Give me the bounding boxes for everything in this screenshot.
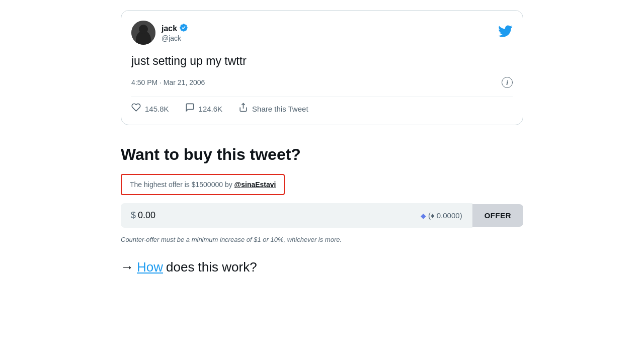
author-name-row: jack bbox=[162, 23, 188, 34]
offer-button[interactable]: OFFER bbox=[472, 204, 523, 227]
offer-input-left: $ bbox=[131, 210, 255, 221]
eth-value: (♦ 0.0000) bbox=[428, 211, 462, 220]
tweet-divider bbox=[131, 96, 513, 97]
buy-title: Want to buy this tweet? bbox=[121, 145, 523, 164]
tweet-meta: 4:50 PM · Mar 21, 2006 i bbox=[131, 77, 513, 88]
counter-offer-note: Counter-offer must be a minimum increase… bbox=[121, 236, 523, 243]
avatar bbox=[131, 21, 155, 45]
dollar-sign: $ bbox=[131, 210, 136, 221]
tweet-content: just setting up my twttr bbox=[131, 53, 513, 69]
share-label: Share this Tweet bbox=[252, 105, 308, 113]
eth-amount: ◆ (♦ 0.0000) bbox=[421, 211, 462, 220]
author-name: jack bbox=[162, 24, 177, 33]
author-info: jack @jack bbox=[162, 23, 188, 42]
comment-count: 124.6K bbox=[199, 105, 223, 113]
highest-offer-box: The highest offer is $1500000 by @sinaEs… bbox=[121, 174, 285, 195]
buy-section: Want to buy this tweet? The highest offe… bbox=[111, 145, 533, 275]
offer-input-row: $ ◆ (♦ 0.0000) OFFER bbox=[121, 203, 523, 228]
info-icon[interactable]: i bbox=[502, 77, 513, 88]
tweet-actions: 145.8K 124.6K Share th bbox=[131, 103, 513, 115]
how-suffix: does this work? bbox=[166, 259, 257, 275]
verified-badge bbox=[179, 23, 188, 34]
tweet-author: jack @jack bbox=[131, 21, 188, 45]
author-handle: @jack bbox=[162, 34, 188, 42]
highest-offer-link[interactable]: @sinaEstavi bbox=[234, 180, 276, 189]
like-action[interactable]: 145.8K bbox=[131, 103, 169, 115]
offer-amount-input[interactable] bbox=[138, 210, 255, 221]
heart-icon bbox=[131, 103, 141, 115]
arrow-icon: → bbox=[121, 259, 134, 275]
tweet-header: jack @jack bbox=[131, 21, 513, 45]
tweet-card: jack @jack just settin bbox=[121, 10, 523, 125]
share-icon bbox=[238, 103, 248, 115]
share-action[interactable]: Share this Tweet bbox=[238, 103, 308, 115]
eth-diamond-icon: ◆ bbox=[421, 212, 426, 220]
twitter-logo bbox=[498, 24, 513, 42]
tweet-timestamp: 4:50 PM · Mar 21, 2006 bbox=[131, 78, 205, 86]
highest-offer-text: The highest offer is $1500000 by @sinaEs… bbox=[130, 180, 276, 189]
how-link[interactable]: How bbox=[137, 259, 163, 275]
comment-icon bbox=[185, 103, 195, 115]
comment-action[interactable]: 124.6K bbox=[185, 103, 223, 115]
like-count: 145.8K bbox=[145, 105, 169, 113]
highest-offer-prefix: The highest offer is $1500000 by bbox=[130, 180, 234, 189]
offer-input-container: $ ◆ (♦ 0.0000) bbox=[121, 203, 472, 228]
how-section: → How does this work? bbox=[121, 259, 523, 275]
